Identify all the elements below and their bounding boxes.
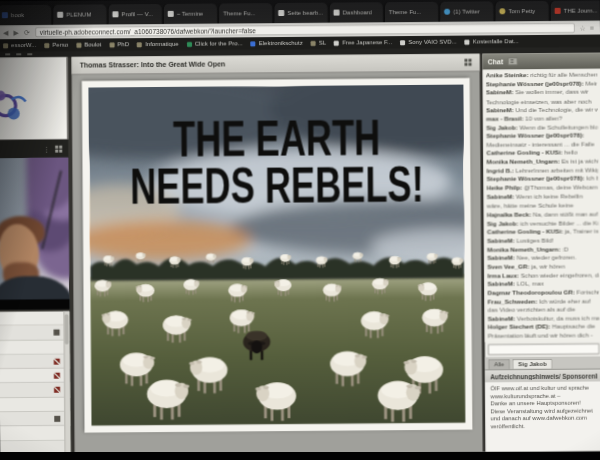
chat-message-sender: Holger Siechert (DE):	[488, 323, 552, 331]
browser-tab[interactable]: Profil — V...	[107, 4, 161, 25]
menu-mark-icon	[5, 54, 10, 56]
bookmark-item[interactable]: Perso	[44, 42, 68, 48]
chat-message: Frau_Schweden: Ich würde eher auf das Vi…	[487, 297, 599, 315]
facebook-favicon-icon	[2, 12, 8, 18]
browser-tab[interactable]: ~ Termine	[163, 4, 217, 25]
chat-message-sender: SabineM:	[487, 254, 516, 261]
browser-tab[interactable]: Tom Petty	[494, 1, 548, 22]
star-favicon-icon	[499, 8, 505, 14]
browser-tab[interactable]: Theme Fu...	[218, 3, 272, 24]
chat-message-sender: SabineM:	[486, 89, 515, 96]
bookmark-item[interactable]: Click for the Pro...	[187, 41, 243, 47]
chat-message: Sig Jakob: ich versuchte Bilder ... die …	[487, 218, 599, 227]
scrollbar-thumb[interactable]	[65, 314, 69, 344]
forward-icon[interactable]: ▶	[13, 29, 18, 36]
bookmark-item[interactable]: SL	[311, 40, 326, 46]
browser-tab[interactable]: THE Journ...	[549, 0, 599, 21]
attendee-scrollbar[interactable]	[63, 311, 70, 455]
browser-tab[interactable]: Theme Fu...	[384, 2, 438, 23]
pod-options-icon[interactable]: ⋮	[43, 145, 50, 152]
chat-message-sender: SabineM:	[487, 236, 516, 243]
chat-message-text: Lustiges Bild!	[516, 236, 553, 243]
browser-tab[interactable]: Seite bearb...	[273, 3, 327, 24]
chat-message-sender: Monika Nemeth_Ungarn:	[487, 245, 562, 253]
chat-message-text: Schon wieder eingefroren, das ist die du…	[520, 271, 598, 279]
attendee-row[interactable]	[0, 340, 70, 355]
chat-options-icon[interactable]: ≡	[507, 57, 517, 65]
attendee-row[interactable]	[0, 412, 70, 427]
chat-message: SabineM: Verbotskultur, da muss ich mal …	[488, 314, 600, 323]
attendee-row[interactable]	[0, 354, 70, 369]
bookmark-item[interactable]: PhD	[109, 41, 129, 47]
chat-message-text: hello	[564, 149, 577, 156]
chat-message: Sig Jakob: Wenn die Schulleitungen block…	[486, 123, 598, 132]
chat-message: SabineM: Wenn ich keine Rebellin wäre, h…	[487, 192, 599, 210]
notes-title: Aufzeichnungshinweis/ Sponsorenlinks	[490, 372, 598, 380]
folder-bookmark-icon	[109, 42, 114, 47]
chat-message-text: Meine Kollegen verwenden...	[585, 80, 597, 87]
sheep-photo	[89, 85, 466, 426]
attendee-row[interactable]	[0, 397, 70, 412]
expand-pod-icon[interactable]	[55, 145, 62, 152]
chat-tab-alle[interactable]: Alle	[488, 359, 510, 369]
page-favicon-icon	[278, 10, 284, 16]
attendee-row[interactable]	[0, 383, 70, 398]
chat-message: Ingrid B.: LehrerInnen arbeiten mit Wiki…	[486, 166, 598, 175]
video-pod-titlebar: ⋮	[0, 139, 68, 158]
chat-message: max - Brasil: 10 von allen?	[486, 114, 598, 123]
browser-tab[interactable]: PLENUM	[52, 4, 106, 25]
attendee-row[interactable]	[0, 369, 70, 384]
chat-message-text: Wenn die Schulleitungen blockieren, kann…	[519, 123, 597, 131]
folder-bookmark-icon	[3, 43, 8, 48]
chat-message-sender: Stephanie Wössner (je00spr078):	[486, 132, 584, 140]
chat-message-sender: Stephanie Wössner (je00spr078):	[487, 175, 587, 183]
slide: THE EARTH NEEDS REBELS!	[82, 78, 473, 433]
presentation-title: Thomas Strasser: Into the Great Wide Ope…	[80, 59, 465, 69]
attendee-row[interactable]	[0, 326, 70, 341]
browser-tab[interactable]: Dashboard	[328, 2, 382, 23]
chat-input[interactable]	[488, 343, 600, 355]
bookmark-item[interactable]: Kostenfalle Dat...	[465, 38, 519, 44]
attendee-row[interactable]	[0, 426, 70, 441]
browser-tab-label: Tom Petty	[508, 8, 535, 14]
expand-presentation-icon[interactable]	[465, 59, 472, 66]
browser-tab[interactable]: (1) Twitter	[439, 1, 493, 22]
chat-message-list[interactable]: Anike Steinke: richtig für alle Menschen…	[483, 69, 600, 342]
page-favicon-icon	[333, 10, 339, 16]
chat-message-text: Es ist ja wichtig, zuhören zu können...	[561, 157, 598, 164]
presentation-titlebar: Thomas Strasser: Into the Great Wide Ope…	[72, 54, 480, 75]
chat-message-sender: Irma Laux:	[487, 271, 520, 278]
menu-mark-icon	[16, 54, 21, 56]
chat-message: SabineM: Und die Technologie, die wir wo…	[486, 105, 598, 114]
chat-message-text: @Thomas, deine Webcam ist eingefroren	[524, 184, 598, 192]
bookmark-item[interactable]: essorW...	[3, 42, 36, 48]
bookmark-label: Free Japanese F...	[342, 39, 392, 45]
reload-icon[interactable]: ⟳	[24, 29, 30, 36]
chat-message-text: Ich bin Rebellin durch...	[586, 175, 598, 182]
chat-message: Holger Siechert (DE): Hauptsache die Prä…	[488, 323, 600, 341]
back-icon[interactable]: ◀	[3, 29, 8, 36]
browser-tab-label: Seite bearb...	[287, 10, 323, 16]
browser-menu-icon[interactable]: ≡	[590, 24, 594, 31]
chat-tab-sig-jakob[interactable]: Sig Jakob	[512, 359, 553, 369]
attendee-status-red-icon	[54, 373, 60, 379]
bookmark-label: Kostenfalle Dat...	[473, 38, 519, 44]
blue-bookmark-icon	[251, 41, 256, 46]
bookmark-item[interactable]: Sony VAIO SVD...	[400, 39, 457, 45]
attendee-row[interactable]	[0, 311, 70, 326]
chat-message-sender: Catherine Gosling - KUSi:	[486, 149, 564, 157]
chat-pod: Chat ≡ Anike Steinke: richtig für alle M…	[483, 53, 600, 452]
chat-message-sender: Catherine Gosling - KUSi:	[487, 227, 565, 235]
browser-tab-label: PLENUM	[66, 12, 91, 18]
chat-message: Hajnalka Beck: Na, dann stößt man auf Wä…	[487, 209, 599, 218]
chat-message-sender: SabineM:	[488, 314, 517, 321]
bookmark-item[interactable]: Informatique	[137, 41, 179, 47]
bookmark-item[interactable]: Elektronikschutz	[251, 40, 303, 46]
bookmark-star-icon[interactable]: ☆	[579, 24, 585, 31]
chat-message-sender: SabineM:	[486, 106, 515, 113]
browser-tab[interactable]: book	[0, 5, 51, 26]
bookmark-item[interactable]: Free Japanese F...	[334, 39, 392, 45]
chat-message: Heike Philp: @Thomas, deine Webcam ist e…	[487, 184, 599, 193]
bookmark-label: SL	[319, 40, 326, 46]
bookmark-item[interactable]: Boulot	[76, 42, 101, 48]
